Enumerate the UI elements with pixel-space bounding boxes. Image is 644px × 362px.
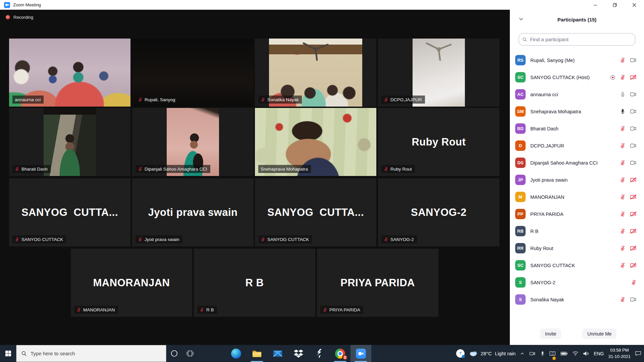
mail-taskbar-icon[interactable] [267,345,288,362]
mic-status-icon [620,211,626,217]
language-indicator[interactable]: ENG [594,351,604,356]
participant-row-dcpo-jajpur[interactable]: D DCPO,JAJPUR [510,137,644,154]
task-view-icon[interactable] [182,345,198,362]
tile-name-label: Rupali, Sanyog [145,97,175,102]
avatar: RS [515,55,526,65]
unmute-me-button[interactable]: Unmute Me [582,328,616,339]
participant-row-sanyog-cuttack[interactable]: SC SANYOG CUTTACK [510,257,644,274]
participant-row-jyoti-prava-swain[interactable]: JP Jyoti prava swain [510,171,644,188]
mic-status-icon [620,262,626,268]
action-center-icon[interactable] [635,345,641,362]
video-tile-annaurna-cci[interactable]: annaurna cci [9,39,130,107]
participant-name: Ruby Rout [530,246,615,251]
participant-name: Sonalika Nayak [530,297,615,302]
weather-widget[interactable]: 28°C Light rain [469,350,516,357]
tile-name-label: SANYOG-2 [390,237,414,242]
start-button[interactable] [0,345,16,362]
mic-status-icon [620,297,626,302]
participant-row-r-b[interactable]: RB R B [510,223,644,240]
muted-mic-icon [323,307,327,312]
participant-row-sanyog-cuttack-host[interactable]: SC SANYOG CUTTACK (Host) [510,69,644,86]
participant-row-sanyog-2[interactable]: S SANYOG-2 [510,274,644,291]
lightning-taskbar-icon[interactable] [309,345,330,362]
participant-row-sonalika-nayak[interactable]: S Sonalika Nayak [510,291,644,308]
camera-status-icon [630,177,637,183]
participant-row-ruby-rout[interactable]: RR Ruby Rout [510,240,644,257]
video-tile-ruby-rout[interactable]: Ruby Rout Ruby Rout [378,108,499,176]
avatar: DS [515,158,526,168]
tile-nameplate: Dipanjali Sahoo Amaghara CCI [136,165,210,173]
taskbar-search[interactable]: Type here to search [16,345,166,362]
tray-microphone-icon[interactable] [540,345,545,362]
participant-row-snehaprava-mohapatra[interactable]: SM Snehaprava Mohapatra [510,103,644,120]
video-tile-snehaprava-mohapatra[interactable]: Snehaprava Mohapatra [255,108,376,176]
mic-status-icon [620,177,626,183]
video-tile-sanyog-2[interactable]: SANYOG-2 SANYOG-2 [378,178,499,246]
participant-row-dipanjali-sahoo-amaghara-cci[interactable]: DS Dipanjali Sahoo Amaghara CCI [510,154,644,171]
zoom-taskbar-icon[interactable] [351,345,371,362]
tile-name-label: DCPO,JAJPUR [390,97,422,102]
cortana-icon[interactable] [166,345,182,362]
tray-display-sync-icon[interactable] [549,345,556,362]
avatar: RR [515,243,526,253]
avatar: M [515,192,526,202]
participant-name: R B [530,229,615,234]
participant-search[interactable] [519,33,635,46]
tray-chevron-up-icon[interactable] [520,345,525,362]
video-tile-r-b[interactable]: R B R B [194,249,315,317]
dropbox-taskbar-icon[interactable] [288,345,309,362]
taskbar-clock[interactable]: 03:58 PM 31-10-2021 [608,347,631,359]
participant-row-manoranjan[interactable]: M MANORANJAN [510,188,644,205]
edge-taskbar-icon[interactable] [226,345,247,362]
chrome-taskbar-icon[interactable]: S [330,345,351,362]
tile-name-label: Jyoti prava swain [145,237,179,242]
tray-camera-icon[interactable] [529,345,536,362]
muted-mic-icon [15,167,19,171]
svg-text:?: ? [459,351,462,355]
rain-cloud-icon [469,350,478,357]
mic-status-icon [620,74,626,80]
video-tile-sanyog-cuttack[interactable]: SANYOG CUTTA... SANYOG CUTTACK [9,178,130,246]
participant-row-rupali-sanyog-me[interactable]: RS Rupali, Sanyog (Me) [510,52,644,69]
recording-label: Recording [13,15,33,20]
avatar: JP [515,175,526,185]
video-tile-priya-parida[interactable]: PRIYA PARIDA PRIYA PARIDA [317,249,438,317]
minimize-button[interactable] [586,0,605,10]
tile-name-label: Dipanjali Sahoo Amaghara CCI [145,167,207,172]
help-tray-icon[interactable]: ? [456,349,465,358]
avatar: D [515,140,526,151]
video-tile-rupali-sanyog[interactable]: Rupali, Sanyog [132,39,254,107]
tile-nameplate: SANYOG-2 [381,235,417,243]
video-tile-bharati-dash[interactable]: Bharati Dash [9,108,130,176]
video-tile-dcpo-jajpur[interactable]: DCPO,JAJPUR [378,39,499,107]
muted-mic-icon [384,237,388,242]
participant-name: PRIYA PARIDA [530,212,615,217]
tray-battery-icon[interactable] [560,345,568,362]
tray-wifi-icon[interactable] [572,345,579,362]
tray-volume-icon[interactable] [583,345,589,362]
avatar: SC [515,72,526,82]
video-tile-manoranjan[interactable]: MANORANJAN MANORANJAN [71,249,192,317]
recording-dot-icon [6,15,10,19]
tile-name-label: MANORANJAN [83,307,115,312]
participant-name: Bharati Dash [530,126,615,131]
mic-status-icon [620,143,626,148]
participant-row-priya-parida[interactable]: PP PRIYA PARIDA [510,205,644,223]
camera-status-icon [630,245,637,251]
participant-search-input[interactable] [530,37,632,42]
clock-date: 31-10-2021 [608,354,631,360]
close-button[interactable] [625,0,644,10]
restore-button[interactable] [605,0,625,10]
tile-nameplate: Jyoti prava swain [136,235,182,243]
video-tile-jyoti-prava-swain[interactable]: Jyoti prava swain Jyoti prava swain [132,178,254,246]
file-explorer-taskbar-icon[interactable] [247,345,267,362]
video-tile-dipanjali-sahoo-amaghara-cci[interactable]: Dipanjali Sahoo Amaghara CCI [132,108,254,176]
invite-button[interactable]: Invite [540,328,561,339]
participant-row-bharati-dash[interactable]: BD Bharati Dash [510,120,644,137]
notification-badge: S [342,355,348,360]
video-tile-sonalika-nayak[interactable]: Sonalika Nayak [255,39,376,107]
mic-status-icon [620,109,626,114]
video-tile-sanyog-cuttack[interactable]: SANYOG CUTTA... SANYOG CUTTACK [255,178,376,246]
participant-row-annaurna-cci[interactable]: AC annaurna cci [510,86,644,103]
camera-status-icon [630,160,637,166]
